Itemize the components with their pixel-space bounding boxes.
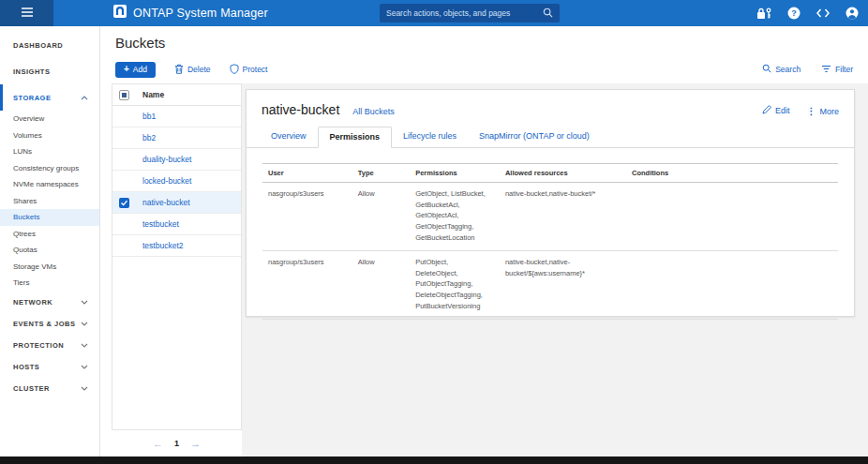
sidebar-item-consistency-groups[interactable]: Consistency groups xyxy=(0,160,99,177)
pagination-prev-arrow[interactable]: ← xyxy=(153,438,163,449)
sidebar-nav: DASHBOARD INSIGHTS STORAGE Overview Volu… xyxy=(0,26,100,457)
filter-button-label: Filter xyxy=(835,65,853,74)
bucket-name-link[interactable]: locked-bucket xyxy=(142,176,191,186)
sidebar-item-events-jobs[interactable]: EVENTS & JOBS xyxy=(0,313,99,335)
tab-permissions[interactable]: Permissions xyxy=(318,127,393,148)
edit-button-label: Edit xyxy=(775,106,790,115)
sidebar-item-label: Shares xyxy=(13,197,37,205)
bucket-detail-tabs: Overview Permissions Lifecycle rules Sna… xyxy=(247,127,854,148)
pagination-page-number: 1 xyxy=(174,439,179,448)
app-window: ONTAP System Manager ? xyxy=(0,0,868,464)
select-all-checkbox[interactable] xyxy=(119,90,129,100)
user-account-icon[interactable] xyxy=(846,7,859,20)
tab-overview[interactable]: Overview xyxy=(260,127,318,148)
name-column-header[interactable]: Name xyxy=(142,90,164,99)
bucket-row[interactable]: testbucket xyxy=(112,214,241,235)
sidebar-item-protection[interactable]: PROTECTION xyxy=(0,335,99,356)
bucket-row[interactable]: bb2 xyxy=(112,127,241,149)
col-header-permissions: Permissions xyxy=(410,164,500,183)
sidebar-item-label: HOSTS xyxy=(13,363,39,371)
global-search-box[interactable] xyxy=(380,4,560,22)
sidebar-item-nvme-namespaces[interactable]: NVMe namespaces xyxy=(0,176,99,193)
bucket-name-link[interactable]: native-bucket xyxy=(142,198,190,207)
sidebar-item-hosts[interactable]: HOSTS xyxy=(0,356,99,378)
trash-icon xyxy=(174,64,184,76)
row-checkbox[interactable] xyxy=(119,176,129,187)
cell-conditions xyxy=(626,251,838,320)
row-checkbox-checked[interactable] xyxy=(119,198,129,208)
search-icon xyxy=(762,64,771,75)
bucket-row[interactable]: locked-bucket xyxy=(112,171,241,192)
delete-button[interactable]: Delete xyxy=(174,64,211,76)
sidebar-item-buckets[interactable]: Buckets xyxy=(0,209,99,226)
sidebar-item-label: Tiers xyxy=(13,278,29,287)
bucket-name-link[interactable]: bb2 xyxy=(142,133,156,142)
permissions-table-header-row: User Type Permissions Allowed resources … xyxy=(262,164,838,183)
sidebar-item-overview[interactable]: Overview xyxy=(0,111,99,127)
col-header-allowed-resources: Allowed resources xyxy=(500,164,626,183)
netapp-logo-icon xyxy=(113,5,127,22)
global-search-input[interactable] xyxy=(386,8,543,18)
bucket-row-selected[interactable]: native-bucket xyxy=(112,192,241,214)
row-checkbox[interactable] xyxy=(119,155,129,165)
cell-type: Allow xyxy=(352,183,410,251)
bucket-name-link[interactable]: bb1 xyxy=(142,112,156,121)
sidebar-item-cluster[interactable]: CLUSTER xyxy=(0,378,99,399)
bottom-black-bar xyxy=(0,457,868,464)
bucket-detail-card: native-bucket All Buckets Edit ⋮ xyxy=(246,89,855,317)
sidebar-item-qtrees[interactable]: Qtrees xyxy=(0,226,99,243)
edit-button[interactable]: Edit xyxy=(762,105,790,116)
bucket-list-panel: Name bb1 bb2 duality-bucket xyxy=(112,83,242,430)
protect-button[interactable]: Protect xyxy=(230,64,268,76)
row-checkbox[interactable] xyxy=(119,112,129,122)
cell-permissions: GetObject, ListBucket, GetBucketAcl, Get… xyxy=(410,183,500,251)
add-bucket-button[interactable]: + Add xyxy=(115,62,156,78)
app-title: ONTAP System Manager xyxy=(133,7,268,20)
sidebar-item-label: NETWORK xyxy=(13,298,52,307)
sidebar-item-label: PROTECTION xyxy=(13,341,64,350)
protect-button-label: Protect xyxy=(243,65,268,74)
sidebar-item-luns[interactable]: LUNs xyxy=(0,143,99,160)
credentials-lock-key-icon[interactable] xyxy=(756,7,771,20)
sidebar-item-network[interactable]: NETWORK xyxy=(0,292,99,313)
tab-snapmirror[interactable]: SnapMirror (ONTAP or cloud) xyxy=(468,127,601,148)
cell-type: Allow xyxy=(352,251,410,320)
sidebar-item-tiers[interactable]: Tiers xyxy=(0,275,99,292)
permissions-table-row: nasgroup/s3users Allow PutObject, Delete… xyxy=(262,251,838,320)
col-header-user: User xyxy=(262,164,352,183)
filter-button[interactable]: Filter xyxy=(821,65,853,75)
all-buckets-link[interactable]: All Buckets xyxy=(352,107,395,116)
row-checkbox[interactable] xyxy=(119,133,129,143)
chevron-down-icon xyxy=(81,365,88,369)
sidebar-item-dashboard[interactable]: DASHBOARD xyxy=(0,32,99,58)
sidebar-item-volumes[interactable]: Volumes xyxy=(0,127,99,144)
sidebar-item-quotas[interactable]: Quotas xyxy=(0,242,99,259)
pagination-next-arrow[interactable]: → xyxy=(190,438,201,449)
hamburger-menu-button[interactable] xyxy=(0,0,53,26)
cli-code-icon[interactable] xyxy=(816,8,830,18)
chevron-down-icon xyxy=(81,343,88,348)
list-search-button[interactable]: Search xyxy=(762,64,801,75)
bucket-name-link[interactable]: duality-bucket xyxy=(142,155,191,164)
pencil-icon xyxy=(762,105,771,116)
tab-lifecycle-rules[interactable]: Lifecycle rules xyxy=(392,127,468,148)
bucket-row[interactable]: bb1 xyxy=(112,106,241,127)
permissions-table: User Type Permissions Allowed resources … xyxy=(262,163,838,320)
more-button[interactable]: ⋮ More xyxy=(806,107,839,116)
sidebar-item-storage-vms[interactable]: Storage VMs xyxy=(0,259,99,276)
row-checkbox[interactable] xyxy=(119,241,129,251)
bucket-row[interactable]: testbucket2 xyxy=(112,235,241,257)
sidebar-item-label: Quotas xyxy=(13,246,37,254)
sidebar-item-storage[interactable]: STORAGE xyxy=(0,84,99,111)
help-icon[interactable]: ? xyxy=(787,7,801,20)
sidebar-item-shares[interactable]: Shares xyxy=(0,193,99,210)
row-checkbox[interactable] xyxy=(119,219,129,230)
search-icon xyxy=(543,5,553,22)
bucket-name-link[interactable]: testbucket2 xyxy=(142,241,183,250)
chevron-down-icon xyxy=(81,386,88,391)
sidebar-item-label: EVENTS & JOBS xyxy=(13,320,76,328)
sidebar-item-insights[interactable]: INSIGHTS xyxy=(0,58,99,84)
bucket-row[interactable]: duality-bucket xyxy=(112,149,241,171)
bucket-list-header: Name xyxy=(112,84,241,106)
bucket-name-link[interactable]: testbucket xyxy=(142,219,179,229)
